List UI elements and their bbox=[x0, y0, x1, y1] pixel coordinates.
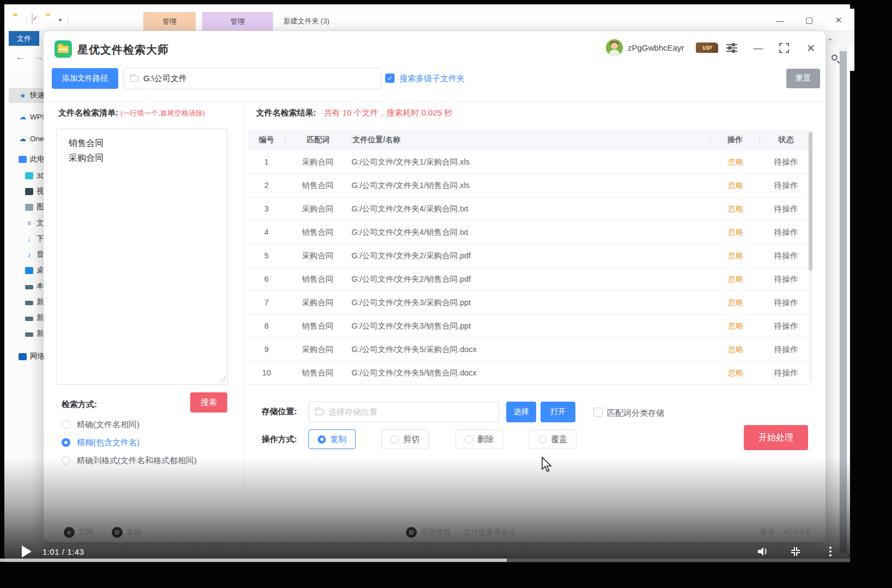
ribbon-context-tab-manage-2[interactable]: 管理 bbox=[202, 12, 273, 32]
search-mode-option-0[interactable]: 精确(文件名相同) bbox=[62, 419, 139, 431]
radio-icon[interactable] bbox=[465, 435, 473, 444]
keyword-textarea[interactable]: 销售合同 采购合同 bbox=[56, 129, 228, 385]
col-header-word: 匹配词 bbox=[286, 135, 351, 145]
sidebar-item-label: 桌 bbox=[37, 265, 44, 275]
radio-icon[interactable] bbox=[318, 435, 326, 444]
table-row: 8销售合同G:/公司文件/文件夹3/销售合同.ppt忽略待操作 bbox=[248, 314, 812, 338]
player-menu-kebab-icon[interactable] bbox=[824, 545, 837, 558]
subfolder-label[interactable]: 搜索多级子文件夹 bbox=[399, 74, 465, 84]
dialog-close-icon[interactable]: ✕ bbox=[804, 41, 818, 55]
search-mode-option-1[interactable]: 模糊(包含文件名) bbox=[62, 437, 139, 448]
username[interactable]: zPgGwbhcEayr bbox=[628, 43, 684, 52]
explorer-scrollbar[interactable] bbox=[839, 47, 847, 554]
operation-option-1[interactable]: 剪切 bbox=[381, 429, 429, 449]
add-path-button[interactable]: 添加文件路径 bbox=[52, 68, 118, 89]
support-link[interactable]: 客服 bbox=[112, 527, 142, 538]
sidebar-item-9[interactable]: ♪音 bbox=[9, 247, 48, 262]
cell-path: G:/公司文件/文件夹2/采购合同.pdf bbox=[350, 251, 711, 261]
back-arrow-icon[interactable]: ← bbox=[15, 51, 26, 63]
classify-checkbox[interactable] bbox=[593, 408, 603, 417]
sidebar-item-3[interactable]: 此电 bbox=[9, 151, 48, 167]
sidebar-item-14[interactable]: 新 bbox=[9, 326, 48, 341]
progress-bar[interactable] bbox=[0, 559, 850, 562]
explorer-maximize-button[interactable]: ▢ bbox=[801, 13, 817, 27]
search-mode-option-2[interactable]: 精确到格式(文件名和格式都相同) bbox=[62, 454, 197, 466]
radio-icon[interactable] bbox=[391, 435, 399, 444]
open-button[interactable]: 打开 bbox=[541, 402, 575, 422]
chevron-down-icon[interactable]: ▾ bbox=[59, 17, 62, 27]
scrollbar-thumb[interactable] bbox=[809, 132, 812, 271]
operation-option-3[interactable]: 覆盖 bbox=[529, 429, 577, 449]
subfolder-checkbox[interactable]: ✓ bbox=[385, 74, 395, 83]
operation-option-2[interactable]: 删除 bbox=[456, 429, 503, 449]
cell-no: 2 bbox=[248, 181, 285, 190]
avatar[interactable] bbox=[606, 39, 623, 56]
sidebar-item-4[interactable]: 3D bbox=[9, 168, 48, 183]
reset-button[interactable]: 重置 bbox=[786, 69, 820, 88]
forward-arrow-icon[interactable]: → bbox=[34, 51, 44, 63]
exit-fullscreen-icon[interactable] bbox=[789, 545, 802, 558]
sidebar-item-15[interactable]: 网络 bbox=[9, 349, 48, 364]
sidebar-item-1[interactable]: ☁WPS bbox=[9, 109, 48, 124]
sidebar-item-8[interactable]: ↓下 bbox=[9, 231, 48, 246]
storage-location-input[interactable]: 选择存储位置 bbox=[308, 402, 499, 422]
explorer-minimize-button[interactable]: — bbox=[772, 13, 788, 27]
sidebar-item-12[interactable]: 新 bbox=[9, 294, 48, 310]
sidebar-item-0[interactable]: ★快速 bbox=[9, 88, 48, 103]
table-row: 9采购合同G:/公司文件/文件夹5/采购合同.docx忽略待操作 bbox=[248, 338, 812, 361]
explorer-close-button[interactable]: ✕ bbox=[830, 13, 847, 27]
recommend-link[interactable]: 应用推荐： 文件批量重命名 bbox=[406, 527, 517, 538]
volume-icon[interactable] bbox=[756, 545, 769, 558]
properties-icon[interactable] bbox=[32, 14, 33, 24]
official-site-link[interactable]: e 官网 bbox=[64, 527, 94, 538]
radio-icon[interactable] bbox=[62, 456, 70, 465]
video-icon bbox=[25, 188, 33, 195]
cell-status: 待操作 bbox=[760, 227, 812, 238]
path-input[interactable]: G:\公司文件 bbox=[123, 68, 381, 89]
start-button[interactable]: 开始处理 bbox=[744, 425, 808, 450]
ignore-link[interactable]: 忽略 bbox=[711, 204, 760, 214]
ignore-link[interactable]: 忽略 bbox=[711, 180, 760, 191]
ignore-link[interactable]: 忽略 bbox=[711, 227, 760, 238]
ignore-link[interactable]: 忽略 bbox=[711, 344, 760, 355]
scrollbar-thumb[interactable] bbox=[840, 51, 847, 553]
file-search-dialog: 星优文件检索大师 zPgGwbhcEayr VIP — ✕ 添加文件路径 G:\… bbox=[44, 31, 826, 542]
sidebar-item-6[interactable]: 图 bbox=[9, 199, 48, 215]
search-icon[interactable] bbox=[832, 54, 838, 60]
classify-label[interactable]: 匹配词分类存储 bbox=[607, 408, 664, 419]
file-menu-button[interactable]: 文件 bbox=[9, 31, 39, 46]
sidebar-item-11[interactable]: 本 bbox=[9, 278, 48, 294]
search-button[interactable]: 搜索 bbox=[190, 392, 227, 413]
ribbon-context-tab-manage-1[interactable]: 管理 bbox=[143, 12, 196, 32]
sidebar-item-7[interactable]: ≡文 bbox=[9, 215, 48, 231]
dialog-minimize-icon[interactable]: — bbox=[751, 41, 765, 55]
ignore-link[interactable]: 忽略 bbox=[711, 157, 760, 167]
sidebar-item-10[interactable]: 桌 bbox=[9, 263, 48, 278]
ignore-link[interactable]: 忽略 bbox=[711, 321, 760, 331]
operation-option-0[interactable]: 复制 bbox=[308, 429, 356, 449]
results-scrollbar[interactable] bbox=[809, 132, 812, 383]
choose-button[interactable]: 选择 bbox=[506, 402, 536, 422]
operation-option-label: 删除 bbox=[477, 434, 494, 445]
recommend-app-label[interactable]: 文件批量重命名 bbox=[463, 528, 517, 537]
ignore-link[interactable]: 忽略 bbox=[711, 298, 760, 308]
settings-sliders-icon[interactable] bbox=[725, 41, 739, 55]
ignore-link[interactable]: 忽略 bbox=[711, 274, 760, 284]
dialog-fullscreen-icon[interactable] bbox=[777, 41, 791, 55]
radio-icon[interactable] bbox=[538, 435, 547, 444]
sidebar-item-label: 音 bbox=[37, 250, 44, 259]
play-button[interactable] bbox=[22, 545, 32, 557]
resize-grip[interactable] bbox=[219, 376, 226, 383]
results-table-header: 编号 匹配词 文件位置/名称 操作 状态 bbox=[248, 130, 812, 150]
cell-status: 待操作 bbox=[760, 298, 812, 308]
radio-icon[interactable] bbox=[62, 438, 70, 447]
radio-icon[interactable] bbox=[62, 420, 70, 429]
cell-no: 5 bbox=[248, 251, 285, 260]
sidebar-item-5[interactable]: 视 bbox=[9, 184, 48, 199]
sidebar-item-2[interactable]: ☁One bbox=[9, 131, 48, 146]
ignore-link[interactable]: 忽略 bbox=[711, 251, 760, 261]
ignore-link[interactable]: 忽略 bbox=[711, 368, 760, 378]
sidebar-item-13[interactable]: 新 bbox=[9, 310, 48, 325]
ribbon-collapse-chevron-icon[interactable]: ⌄ bbox=[827, 34, 833, 42]
results-table-body: 1采购合同G:/公司文件/文件夹1/采购合同.xls忽略待操作2销售合同G:/公… bbox=[248, 150, 812, 385]
